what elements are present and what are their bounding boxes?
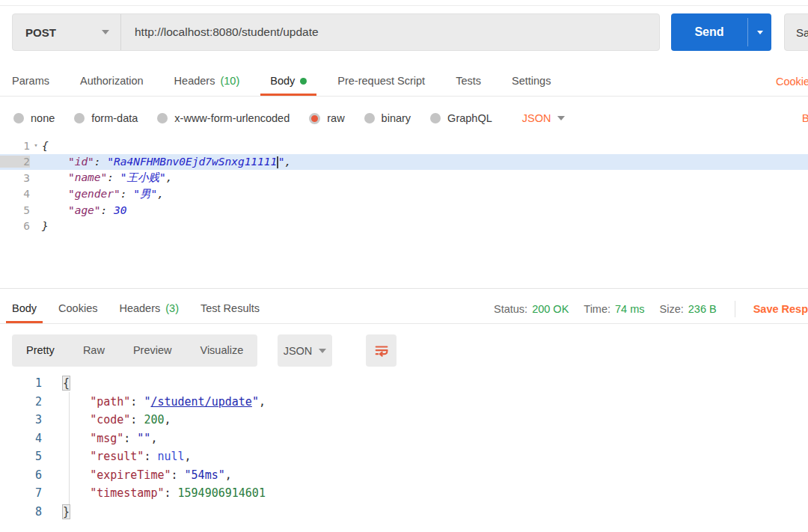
radio-form-data[interactable]: form-data bbox=[74, 112, 138, 124]
code-line-content: "age": 30 bbox=[42, 204, 127, 216]
code-line-content: "expireTime": "54ms", bbox=[42, 468, 232, 482]
radio-raw[interactable]: raw bbox=[309, 112, 344, 124]
code-line[interactable]: 3 "code": 200, bbox=[0, 411, 808, 429]
line-number: 6 bbox=[0, 468, 42, 482]
unsaved-changes-dot bbox=[300, 78, 307, 85]
status-indicator: Status: 200 OK bbox=[494, 303, 569, 315]
response-meta: Status: 200 OK Time: 74 ms Size: 236 B S… bbox=[494, 293, 808, 324]
code-line[interactable]: 2 "path": "/student/update", bbox=[0, 393, 808, 412]
request-tabs: Params Authorization Headers(10) Body Pr… bbox=[0, 66, 808, 97]
tab-tests[interactable]: Tests bbox=[456, 66, 481, 96]
beautify-link[interactable]: Beautify bbox=[802, 103, 808, 133]
view-tab-preview[interactable]: Preview bbox=[119, 334, 186, 367]
fold-arrow-icon[interactable]: ▾ bbox=[30, 138, 42, 154]
tab-pre-request-script[interactable]: Pre-request Script bbox=[337, 66, 425, 96]
raw-language-label: JSON bbox=[522, 112, 551, 124]
line-number: 5 bbox=[0, 204, 30, 216]
code-line[interactable]: 6} bbox=[0, 218, 808, 235]
cookies-link[interactable]: Cookies bbox=[776, 66, 808, 97]
time-indicator: Time: 74 ms bbox=[584, 303, 644, 315]
radio-icon bbox=[430, 113, 441, 123]
wrap-text-button[interactable] bbox=[366, 334, 397, 367]
wrap-text-icon bbox=[373, 343, 390, 359]
response-format-dropdown[interactable]: JSON bbox=[278, 334, 332, 367]
radio-graphql[interactable]: GraphQL bbox=[430, 112, 492, 124]
code-line[interactable]: 4 "msg": "", bbox=[0, 429, 808, 448]
raw-language-dropdown[interactable]: JSON bbox=[522, 112, 566, 124]
view-tab-visualize[interactable]: Visualize bbox=[186, 334, 257, 367]
url-input[interactable]: http://localhost:8080/student/update bbox=[121, 14, 659, 50]
line-number: 7 bbox=[0, 486, 42, 500]
chevron-down-icon bbox=[102, 30, 109, 34]
line-number: 1 bbox=[0, 376, 42, 390]
radio-x-www-form-urlencoded[interactable]: x-www-form-urlencoded bbox=[157, 112, 290, 124]
request-body-editor[interactable]: 1▾{2 "id": "Ra4NFHMBnv0Ejd7wSnxg11111",3… bbox=[0, 138, 808, 234]
code-line[interactable]: 2 "id": "Ra4NFHMBnv0Ejd7wSnxg11111", bbox=[0, 154, 808, 171]
code-line-content: "gender": "男", bbox=[42, 187, 164, 201]
tab-headers[interactable]: Headers(10) bbox=[174, 66, 240, 96]
status-value: 200 OK bbox=[532, 303, 569, 315]
method-label: POST bbox=[25, 26, 56, 39]
radio-binary[interactable]: binary bbox=[364, 112, 411, 124]
view-tab-raw[interactable]: Raw bbox=[69, 334, 119, 367]
response-tab-headers[interactable]: Headers(3) bbox=[119, 293, 179, 323]
code-line-content: "msg": "", bbox=[42, 432, 157, 445]
save-response-link[interactable]: Save Response bbox=[753, 303, 808, 315]
response-tab-cookies[interactable]: Cookies bbox=[58, 293, 97, 323]
radio-icon bbox=[13, 113, 24, 123]
code-line[interactable]: 5 "age": 30 bbox=[0, 202, 808, 218]
line-number: 6 bbox=[0, 220, 30, 232]
code-line-content: "code": 200, bbox=[42, 413, 171, 426]
code-line[interactable]: 8} bbox=[0, 503, 808, 522]
code-line[interactable]: 1▾{ bbox=[0, 138, 808, 154]
response-tab-body[interactable]: Body bbox=[12, 293, 37, 323]
code-line-content: "name": "王小贱", bbox=[42, 171, 172, 185]
radio-icon bbox=[364, 113, 375, 123]
response-url-link[interactable]: /student/update bbox=[150, 395, 251, 409]
code-line[interactable]: 4 "gender": "男", bbox=[0, 186, 808, 203]
radio-icon bbox=[74, 113, 85, 123]
postman-request-window: POST http://localhost:8080/student/updat… bbox=[0, 0, 808, 532]
code-line[interactable]: 6 "expireTime": "54ms", bbox=[0, 466, 808, 485]
code-line[interactable]: 1{ bbox=[0, 374, 808, 393]
chevron-down-icon bbox=[557, 116, 565, 120]
radio-icon bbox=[157, 113, 168, 123]
view-tab-pretty[interactable]: Pretty bbox=[12, 334, 69, 367]
tab-params[interactable]: Params bbox=[12, 66, 49, 96]
code-line[interactable]: 3 "name": "王小贱", bbox=[0, 170, 808, 186]
code-line[interactable]: 5 "result": null, bbox=[0, 447, 808, 466]
code-line-content: "timestamp": 1594906914601 bbox=[42, 486, 266, 500]
line-number: 2 bbox=[0, 395, 42, 409]
tab-body[interactable]: Body bbox=[270, 66, 307, 96]
code-line-content: } bbox=[42, 505, 70, 519]
line-number: 4 bbox=[0, 432, 42, 445]
code-line-content: { bbox=[42, 140, 49, 152]
code-line[interactable]: 7 "timestamp": 1594906914601 bbox=[0, 484, 808, 503]
code-line-content: "path": "/student/update", bbox=[42, 395, 266, 409]
line-number: 4 bbox=[0, 188, 30, 200]
url-bar: POST http://localhost:8080/student/updat… bbox=[12, 13, 660, 51]
code-line-content: "result": null, bbox=[42, 450, 192, 463]
save-button[interactable]: Save bbox=[784, 13, 808, 51]
line-number: 3 bbox=[0, 172, 30, 184]
send-options-button[interactable] bbox=[748, 13, 771, 51]
line-number: 3 bbox=[0, 413, 42, 426]
response-view-switcher: Pretty Raw Preview Visualize bbox=[12, 334, 257, 367]
save-button-label: Save bbox=[796, 26, 808, 39]
indent-guide bbox=[69, 392, 70, 504]
size-indicator: Size: 236 B bbox=[660, 303, 717, 315]
response-tab-test-results[interactable]: Test Results bbox=[201, 293, 260, 323]
code-line-content: "id": "Ra4NFHMBnv0Ejd7wSnxg11111", bbox=[42, 156, 291, 168]
method-dropdown[interactable]: POST bbox=[13, 14, 121, 50]
line-number: 5 bbox=[0, 450, 42, 463]
response-format-label: JSON bbox=[284, 345, 313, 357]
radio-none[interactable]: none bbox=[13, 112, 55, 124]
response-body-viewer[interactable]: 1{2 "path": "/student/update",3 "code": … bbox=[0, 374, 808, 521]
size-value: 236 B bbox=[688, 303, 717, 315]
tab-authorization[interactable]: Authorization bbox=[80, 66, 144, 96]
tab-settings[interactable]: Settings bbox=[512, 66, 551, 96]
send-button[interactable]: Send bbox=[671, 13, 771, 51]
response-headers-count: (3) bbox=[165, 302, 179, 314]
line-number: 2 bbox=[0, 156, 30, 168]
section-divider bbox=[0, 288, 808, 289]
